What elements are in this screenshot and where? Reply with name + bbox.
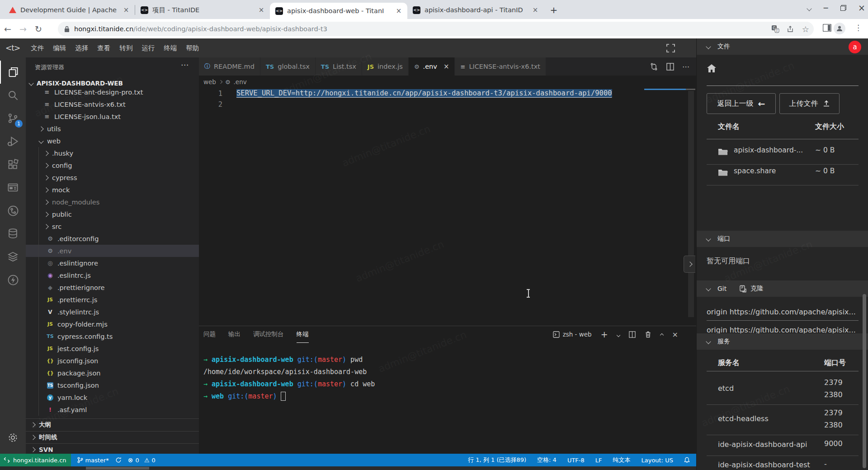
home-icon[interactable]: [707, 64, 717, 73]
breadcrumb-folder[interactable]: web: [203, 78, 216, 85]
tree-item[interactable]: {}jsconfig.json: [26, 355, 199, 367]
tree-item[interactable]: public: [26, 208, 199, 220]
file-row-name[interactable]: apisix-dashboard-...: [734, 146, 803, 154]
menu-item[interactable]: 终端: [159, 42, 181, 54]
editor-more-icon[interactable]: ⋯: [682, 62, 690, 71]
menu-item[interactable]: 查看: [93, 42, 115, 54]
bookmark-star-icon[interactable]: ☆: [802, 24, 809, 34]
status-item[interactable]: LF: [595, 457, 602, 464]
upload-file-button[interactable]: 上传文件: [779, 93, 840, 114]
tree-item[interactable]: {}package.json: [26, 367, 199, 379]
tree-item[interactable]: mock: [26, 184, 199, 196]
split-terminal-icon[interactable]: [629, 331, 636, 338]
tree-item[interactable]: JSjest.config.js: [26, 342, 199, 355]
kill-terminal-icon[interactable]: [645, 331, 651, 338]
source-control-icon[interactable]: 1: [0, 107, 26, 130]
browser-tab[interactable]: <>项目 - TitanIDE×: [135, 1, 270, 19]
minimize-button[interactable]: −: [823, 4, 829, 12]
user-avatar-badge[interactable]: a: [849, 41, 861, 53]
tree-item[interactable]: V.stylelintrc.js: [26, 306, 199, 318]
breadcrumb-file[interactable]: .env: [234, 78, 247, 85]
ports-section-header[interactable]: 端口: [697, 231, 868, 247]
back-level-button[interactable]: 返回上一级←: [707, 93, 776, 114]
git-circle-icon[interactable]: [0, 199, 26, 222]
tree-item[interactable]: config: [26, 159, 199, 171]
share-icon[interactable]: [787, 25, 795, 33]
tree-item[interactable]: ≡LICENSE-json.lua.txt: [26, 110, 199, 123]
tree-item[interactable]: ⚙.editorconfig: [26, 233, 199, 245]
tree-item[interactable]: ≡LICENSE-ant-design-pro.txt: [26, 86, 199, 98]
thunder-icon[interactable]: [0, 268, 26, 291]
tree-item[interactable]: src: [26, 220, 199, 233]
remote-indicator[interactable]: hongxi.titanide.cn: [0, 454, 71, 466]
sync-status[interactable]: [115, 457, 122, 463]
side-panel-icon[interactable]: [823, 24, 831, 32]
close-icon[interactable]: ×: [443, 62, 449, 71]
tree-item[interactable]: cypress: [26, 171, 199, 184]
tree-item[interactable]: JScopy-folder.mjs: [26, 318, 199, 330]
breadcrumb[interactable]: web ⚙ .env: [203, 76, 565, 88]
editor-tab[interactable]: ≡LICENSE-antvis-x6.txt: [455, 57, 546, 76]
tab-close-icon[interactable]: ×: [531, 6, 539, 14]
status-item[interactable]: 空格: 4: [537, 456, 557, 464]
close-panel-icon[interactable]: ×: [672, 330, 678, 339]
tree-item[interactable]: .husky: [26, 147, 199, 159]
tree-item[interactable]: node_modules: [26, 196, 199, 208]
translate-icon[interactable]: G文: [771, 25, 779, 33]
browser-tab[interactable]: Development Guide | Apache A×: [4, 1, 135, 19]
tab-close-icon[interactable]: ×: [395, 7, 403, 15]
new-tab-button[interactable]: +: [547, 4, 560, 16]
tree-item[interactable]: web: [26, 135, 199, 147]
right-panel-scrollbar[interactable]: [863, 294, 866, 468]
tree-item[interactable]: ◎.eslintignore: [26, 257, 199, 269]
tree-item[interactable]: ◉.eslintrc.js: [26, 269, 199, 281]
tab-close-icon[interactable]: ×: [257, 6, 265, 14]
panel-tab[interactable]: 问题: [203, 330, 216, 338]
panel-tab[interactable]: 终端: [297, 330, 309, 343]
tree-item[interactable]: ⚙.env: [26, 245, 199, 257]
split-editor-icon[interactable]: [666, 63, 674, 71]
back-button[interactable]: ←: [0, 24, 15, 34]
maximize-panel-icon[interactable]: [660, 331, 663, 338]
status-item[interactable]: 纯文本: [613, 456, 631, 464]
browser-menu-icon[interactable]: ⋮: [854, 23, 862, 32]
bell-icon[interactable]: [684, 457, 690, 463]
menu-item[interactable]: 选择: [71, 42, 93, 54]
tree-item[interactable]: ≡LICENSE-antvis-x6.txt: [26, 98, 199, 110]
status-item[interactable]: 行 1, 列 1 (已选择89): [468, 456, 526, 464]
open-changes-icon[interactable]: [650, 62, 658, 71]
forward-button[interactable]: →: [15, 24, 31, 34]
editor-tab[interactable]: JSindex.js: [362, 57, 409, 76]
layers-icon[interactable]: [0, 245, 26, 268]
menu-item[interactable]: 编辑: [48, 42, 71, 54]
database-icon[interactable]: [0, 222, 26, 245]
manage-gear-icon[interactable]: [0, 426, 26, 449]
editor-tab[interactable]: TSglobal.tsx: [260, 57, 316, 76]
sidebar-section-3[interactable]: SVN: [26, 443, 199, 454]
panel-tab[interactable]: 输出: [228, 330, 241, 338]
maximize-button[interactable]: [840, 5, 846, 11]
tab-search-chevron-icon[interactable]: [807, 4, 811, 12]
explorer-icon[interactable]: [0, 61, 26, 84]
terminal-dropdown-icon[interactable]: [617, 331, 620, 338]
tree-item[interactable]: JS.prettierrc.js: [26, 294, 199, 306]
git-clone-label[interactable]: 克隆: [750, 285, 763, 293]
editor-tab[interactable]: TSList.tsx: [316, 57, 362, 76]
tree-item[interactable]: !.asf.yaml: [26, 404, 199, 416]
menu-item[interactable]: 文件: [26, 42, 48, 54]
fullscreen-icon[interactable]: [666, 43, 675, 53]
panel-expand-button[interactable]: [684, 256, 695, 273]
files-section-header[interactable]: 文件: [697, 38, 868, 55]
tree-item[interactable]: yyarn.lock: [26, 391, 199, 404]
editor-scrollbar[interactable]: [688, 91, 694, 317]
tab-close-icon[interactable]: ×: [122, 6, 130, 14]
extensions-icon[interactable]: [0, 153, 26, 176]
editor-tab[interactable]: ⓘREADME.md: [199, 57, 260, 76]
git-section-header[interactable]: Git 克隆: [697, 280, 868, 297]
status-item[interactable]: UTF-8: [567, 457, 585, 464]
git-branch-status[interactable]: master*: [77, 457, 109, 464]
editor-tab[interactable]: ⚙.env×: [409, 57, 455, 76]
code-editor[interactable]: 1 2 SERVE_URL_DEV=http://hongxi.titanide…: [199, 88, 689, 323]
close-window-button[interactable]: ×: [858, 3, 865, 13]
tree-item[interactable]: TStsconfig.json: [26, 379, 199, 391]
